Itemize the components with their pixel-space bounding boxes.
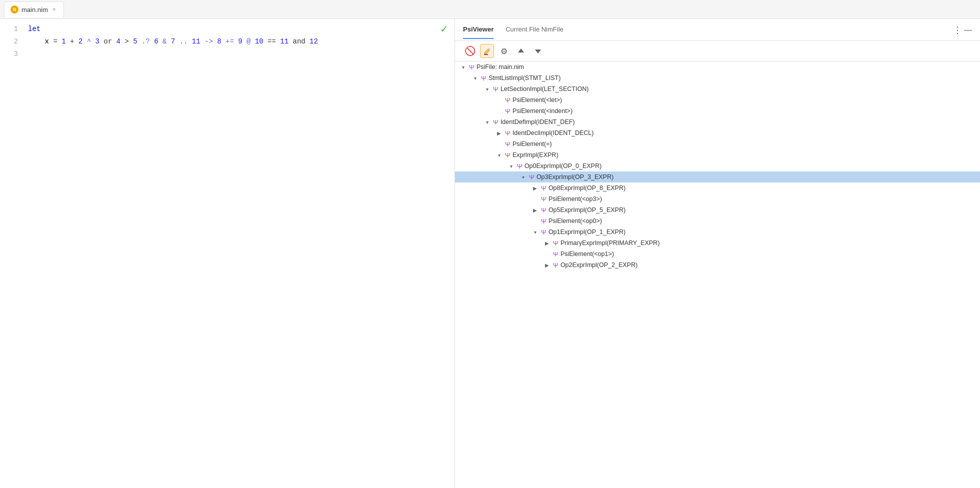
toggle-stmtlist[interactable]: ▾ (471, 74, 479, 82)
tree-node-psielement-indent[interactable]: ▾ Ψ PsiElement(<indent>) (455, 106, 980, 116)
code-plus: + (66, 36, 78, 48)
toggle-op5expr[interactable]: ▶ (531, 206, 539, 214)
svg-marker-1 (518, 48, 524, 52)
tree-node-op3expr[interactable]: ▾ Ψ Op3ExprImpl(OP_3_EXPR) (455, 172, 980, 182)
label-psielement-eq: PsiElement(=) (512, 140, 552, 148)
tree-node-identdecl[interactable]: ▶ Ψ IdentDeclImpl(IDENT_DECL) (455, 128, 980, 138)
psi-icon: Ψ (493, 86, 498, 93)
code-x: x (45, 36, 54, 48)
code-2: 2 (78, 36, 82, 48)
tab-current-file[interactable]: Current File NimFile (506, 20, 564, 39)
psi-icon: Ψ (541, 206, 546, 214)
label-psielement-let: PsiElement(<let>) (512, 96, 562, 104)
tree-node-op0expr[interactable]: ▾ Ψ Op0ExprImpl(OP_0_EXPR) (455, 160, 980, 172)
label-identdecl: IdentDeclImpl(IDENT_DECL) (512, 130, 594, 136)
toggle-identdef[interactable]: ▾ (483, 118, 491, 126)
svg-rect-0 (484, 54, 488, 55)
toggle-primaryexpr[interactable]: ▶ (543, 239, 551, 247)
code-4: 4 (116, 36, 120, 48)
code-area[interactable]: let x = 1 + 2 ^ 3 or 4 > 5 .? (24, 23, 454, 484)
highlight-button[interactable] (480, 44, 494, 58)
psi-tabs: PsiViewer Current File NimFile (463, 20, 564, 39)
code-line-1: let (28, 23, 450, 36)
close-panel-icon[interactable]: — (964, 26, 972, 34)
tree-node-identdef[interactable]: ▾ Ψ IdentDefImpl(IDENT_DEF) (455, 116, 980, 128)
tree-node-primaryexpr[interactable]: ▶ Ψ PrimaryExprImpl(PRIMARY_EXPR) (455, 238, 980, 248)
psi-icon: Ψ (505, 96, 510, 104)
psi-icon: Ψ (505, 152, 510, 159)
tree-node-psielement-eq[interactable]: ▾ Ψ PsiElement(=) (455, 138, 980, 150)
psi-icon: Ψ (553, 262, 558, 269)
code-or: or (100, 36, 116, 48)
tree-node-psielement-op3[interactable]: ▾ Ψ PsiElement(<op3>) (455, 194, 980, 204)
code-line-3 (28, 48, 450, 60)
psi-header: PsiViewer Current File NimFile ⋮ — (455, 19, 980, 41)
tree-node-exprimpl[interactable]: ▾ Ψ ExprImpl(EXPR) (455, 150, 980, 160)
toggle-psifile[interactable]: ▾ (459, 63, 467, 71)
psi-icon: Ψ (469, 64, 474, 71)
label-op1expr: Op1ExprImpl(OP_1_EXPR) (548, 228, 626, 236)
toggle-op8expr[interactable]: ▶ (531, 184, 539, 192)
svg-marker-2 (535, 50, 541, 54)
navigate-down-button[interactable] (531, 44, 545, 58)
psi-icon: Ψ (541, 218, 546, 225)
code-11b: 11 (280, 36, 288, 48)
main-nim-tab[interactable]: N main.nim × (4, 2, 64, 18)
label-op2expr: Op2ExprImpl(OP_2_EXPR) (560, 262, 638, 268)
toggle-letsection[interactable]: ▾ (483, 85, 491, 93)
tree-node-op1expr[interactable]: ▾ Ψ Op1ExprImpl(OP_1_EXPR) (455, 226, 980, 238)
stop-button[interactable]: 🚫 (463, 44, 477, 58)
psi-icon: Ψ (517, 162, 522, 170)
tab-psiviewer-label: PsiViewer (463, 26, 494, 33)
tree-node-op8expr[interactable]: ▶ Ψ Op8ExprImpl(OP_8_EXPR) (455, 182, 980, 194)
psi-icon: Ψ (541, 184, 546, 192)
code-12: 12 (310, 36, 318, 48)
code-dotq: .? (138, 36, 154, 48)
tree-node-psielement-op0[interactable]: ▾ Ψ PsiElement(<op0>) (455, 216, 980, 226)
code-10: 10 (255, 36, 264, 48)
editor-body: 1 2 3 let x = 1 + 2 ^ 3 or (0, 19, 454, 488)
tab-current-file-label: Current File NimFile (506, 26, 564, 33)
label-op3expr: Op3ExprImpl(OP_3_EXPR) (536, 174, 614, 180)
tab-bar: N main.nim × (0, 0, 980, 19)
code-amp: & (158, 36, 171, 48)
main-content: 1 2 3 let x = 1 + 2 ^ 3 or (0, 19, 980, 488)
navigate-up-button[interactable] (514, 44, 528, 58)
code-indent (28, 36, 45, 48)
tree-node-stmtlist[interactable]: ▾ Ψ StmtListImpl(STMT_LIST) (455, 72, 980, 84)
code-8: 8 (217, 36, 221, 48)
tree-node-psifile[interactable]: ▾ Ψ PsiFile: main.nim (455, 62, 980, 72)
tree-node-op5expr[interactable]: ▶ Ψ Op5ExprImpl(OP_5_EXPR) (455, 204, 980, 216)
code-9: 9 (238, 36, 242, 48)
tree-node-op2expr[interactable]: ▶ Ψ Op2ExprImpl(OP_2_EXPR) (455, 260, 980, 270)
label-primaryexpr: PrimaryExprImpl(PRIMARY_EXPR) (560, 240, 660, 246)
toggle-op1expr[interactable]: ▾ (531, 228, 539, 236)
toggle-op2expr[interactable]: ▶ (543, 261, 551, 269)
label-psielement-op1: PsiElement(<op1>) (560, 250, 614, 258)
psi-tree[interactable]: ▾ Ψ PsiFile: main.nim ▾ Ψ StmtListImpl(S… (455, 62, 980, 488)
code-11: 11 (192, 36, 200, 48)
line-number-1: 1 (6, 23, 18, 36)
code-3: 3 (95, 36, 99, 48)
tree-node-psielement-op1[interactable]: ▾ Ψ PsiElement(<op1>) (455, 248, 980, 260)
code-caret: ^ (82, 36, 95, 48)
toggle-identdecl[interactable]: ▶ (495, 129, 503, 137)
toggle-op3expr[interactable]: ▾ (519, 173, 527, 181)
tree-node-letsection[interactable]: ▾ Ψ LetSectionImpl(LET_SECTION) (455, 84, 980, 94)
more-options-icon[interactable]: ⋮ (953, 24, 962, 36)
label-op5expr: Op5ExprImpl(OP_5_EXPR) (548, 206, 626, 214)
tab-psiviewer[interactable]: PsiViewer (463, 20, 494, 39)
psi-icon: Ψ (553, 240, 558, 247)
tab-close-button[interactable]: × (51, 6, 58, 14)
check-icon: ✓ (440, 23, 448, 35)
code-at: @ (242, 36, 255, 48)
nim-file-icon: N (10, 6, 18, 14)
code-eq: = (53, 36, 62, 48)
label-identdef: IdentDefImpl(IDENT_DEF) (500, 118, 575, 126)
toggle-exprimpl[interactable]: ▾ (495, 151, 503, 159)
toggle-op0expr[interactable]: ▾ (507, 162, 515, 170)
settings-button[interactable]: ⚙ (497, 44, 511, 58)
code-pluseq: += (222, 36, 238, 48)
psi-icon: Ψ (541, 228, 546, 236)
tree-node-psielement-let[interactable]: ▾ Ψ PsiElement(<let>) (455, 94, 980, 106)
